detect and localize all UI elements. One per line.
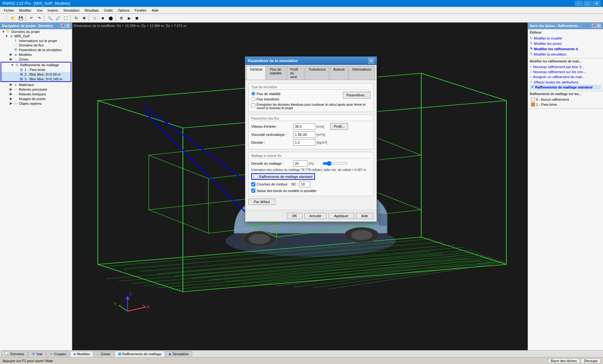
expand-nuages[interactable]: ▶ (9, 97, 13, 101)
tree-modeles[interactable]: ▶ ■ Modèles (0, 52, 72, 57)
tb-new[interactable]: 📄 (1, 14, 9, 22)
tb-shaded[interactable]: ⬤ (107, 14, 114, 22)
link-effacer[interactable]: ✕ Effacer toutes les attributions (530, 79, 601, 85)
tree-raff2[interactable]: ▦ 2 - Bloc libre; S=0.29 m (1, 72, 71, 77)
tb-settings[interactable]: ⚙ (117, 14, 125, 22)
save-checkbox[interactable] (251, 103, 255, 107)
tree-params[interactable]: ⚙ Paramètres de la simulation (0, 47, 72, 52)
tree-info[interactable]: ℹ Informations sur le projet (0, 38, 72, 43)
right-panel-pin[interactable]: 📌 (592, 24, 596, 28)
tb-pan[interactable]: ✥ (80, 14, 88, 22)
ok-button[interactable]: OK (287, 213, 302, 219)
vitesse-input[interactable] (293, 123, 315, 130)
tree-objets[interactable]: ▶ ◎ Objets repères (0, 101, 72, 106)
right-panel-close[interactable]: ✕ (597, 24, 601, 28)
link-modifier-raffinements[interactable]: ✎ Modifier les raffinements d (530, 46, 601, 51)
dtab-avance[interactable]: Avancé (330, 66, 348, 80)
btab-simulation[interactable]: ▶ Simulation (166, 351, 192, 357)
menu-modifier[interactable]: Modifier (17, 8, 34, 13)
tb-run[interactable]: ▶ (125, 14, 133, 22)
radio-flux-transitoire[interactable]: Flux transitoire (251, 97, 280, 101)
tb-open[interactable]: 📂 (9, 14, 17, 22)
densite-maillage-input[interactable] (293, 160, 307, 167)
barre-taches-btn[interactable]: Barre des tâches (548, 358, 580, 363)
menu-fenetre[interactable]: Fenêtre (132, 8, 149, 13)
panel-close[interactable]: ✕ (66, 24, 70, 28)
tree-nuages[interactable]: ▶ … Nuages de points (0, 96, 72, 101)
nc-input[interactable] (299, 181, 310, 187)
link-modifier-zones[interactable]: ✎ Modifier les zones (530, 41, 601, 46)
tree-releves[interactable]: ▶ • Relevés ponctuels (0, 87, 72, 92)
radio-flux-transitoire-input[interactable] (251, 97, 255, 101)
menu-options[interactable]: Options (115, 8, 132, 13)
link-raff-standard[interactable]: ✔ Raffinements de maillage standard (530, 85, 601, 89)
raff-standard-checkbox[interactable] (254, 174, 258, 179)
menu-vue[interactable]: Vue (34, 8, 45, 13)
dtab-flux[interactable]: Flux de stabilité (266, 66, 286, 80)
panel-pin[interactable]: 📌 (61, 24, 65, 28)
tb-zoom-in[interactable]: 🔍 (46, 14, 54, 22)
par-defaut-button[interactable]: Par défaut (248, 199, 275, 205)
expand-objets[interactable]: ▶ (9, 101, 13, 105)
btab-vue[interactable]: 👁 Vue (28, 351, 46, 356)
btab-modeles[interactable]: ■ Modèles (70, 351, 93, 357)
tb-rotate[interactable]: ↻ (73, 14, 80, 22)
decoupe-btn[interactable]: Découpe (581, 358, 600, 363)
link-new-zones[interactable]: + Nouveau raffinement sur les zon... (530, 69, 601, 74)
expand-root[interactable]: ▼ (1, 30, 6, 34)
btab-raffinements[interactable]: ▦ Raffinements de maillage (115, 351, 165, 357)
tb-wire[interactable]: □ (91, 14, 99, 22)
profil-button[interactable]: Profil... (330, 123, 348, 130)
expand-m05golf[interactable]: ▼ (4, 34, 9, 38)
link-modifier-modele[interactable]: ✎ Modifier le modèle (530, 35, 601, 41)
couches-checkbox[interactable] (251, 182, 255, 186)
tb-redo[interactable]: ↷ (35, 14, 43, 22)
aide-dialog-button[interactable]: Aide (356, 213, 373, 219)
expand-materiaux[interactable]: ▶ (9, 83, 13, 87)
viscosite-input[interactable] (293, 131, 315, 138)
link-assign-raff[interactable]: + Assigner un raffinement de mail... (530, 74, 601, 79)
dtab-general[interactable]: Général (247, 66, 266, 80)
expand-releves[interactable]: ▶ (9, 87, 13, 91)
densite-input[interactable] (293, 139, 315, 146)
tree-root[interactable]: ▼ 📁 Données du projet (0, 29, 72, 34)
expand-zones[interactable]: ▶ (9, 57, 13, 61)
maximize-button[interactable]: □ (584, 1, 592, 6)
tree-raff1[interactable]: ▦ 1 - Pare-brise (1, 67, 71, 72)
tree-raff3[interactable]: ▦ 3 - Bloc libre; S=0.145 m (1, 77, 71, 81)
btab-coupes[interactable]: ✂ Coupes (46, 351, 69, 357)
close-button[interactable]: ✕ (592, 1, 600, 6)
tb-save[interactable]: 💾 (17, 14, 24, 22)
tree-domaine[interactable]: □ Domaine de flux (0, 43, 72, 47)
tb-stop[interactable]: ⏹ (133, 14, 141, 22)
params-button[interactable]: Paramètres... (343, 92, 371, 99)
menu-inserer[interactable]: Insérer (45, 8, 61, 13)
tb-zoom-out[interactable]: 🔎 (54, 14, 62, 22)
menu-outils[interactable]: Outils (101, 8, 115, 13)
btab-zones[interactable]: □ Zones (94, 351, 114, 356)
tree-raffinements[interactable]: ▼ ▦ Raffinements de maillage (1, 62, 71, 67)
dtab-informations[interactable]: Informations (349, 66, 375, 80)
radio-flux-stabilite[interactable]: Flux de stabilité (251, 92, 280, 96)
densite-slider[interactable] (323, 161, 348, 166)
minimize-button[interactable]: − (575, 1, 583, 6)
appliquer-button[interactable]: Appliquer (329, 213, 354, 219)
btab-donnees[interactable]: 📊 Données (1, 351, 28, 357)
tb-undo[interactable]: ↶ (28, 14, 35, 22)
link-modifier-simulation[interactable]: ✎ Modifier la simulation (530, 51, 601, 57)
radio-flux-stabilite-input[interactable] (251, 92, 255, 96)
dtab-profil[interactable]: Profil du vent (287, 66, 304, 80)
tb-solid[interactable]: ■ (99, 14, 106, 22)
raff-item-0[interactable]: 0 - Aucun raffinement (530, 97, 601, 102)
saisie-checkbox[interactable] (251, 189, 255, 193)
menu-aide[interactable]: Aide (149, 8, 161, 13)
menu-simulation[interactable]: Simulation (61, 8, 82, 13)
menu-resultats[interactable]: Résultats (82, 8, 101, 13)
raff-item-1[interactable]: 1 - Pare-brise (530, 102, 601, 107)
dtab-turbulence[interactable]: Turbulence (305, 66, 329, 80)
tree-materiaux[interactable]: ▶ ■ Matériaux (0, 82, 72, 87)
tree-releveslin[interactable]: ▶ ― Relevés linéiques (0, 92, 72, 96)
dialog-close-button[interactable]: ✕ (368, 58, 374, 64)
expand-modeles[interactable]: ▶ (9, 52, 13, 56)
expand-raffinements[interactable]: ▼ (10, 63, 14, 67)
